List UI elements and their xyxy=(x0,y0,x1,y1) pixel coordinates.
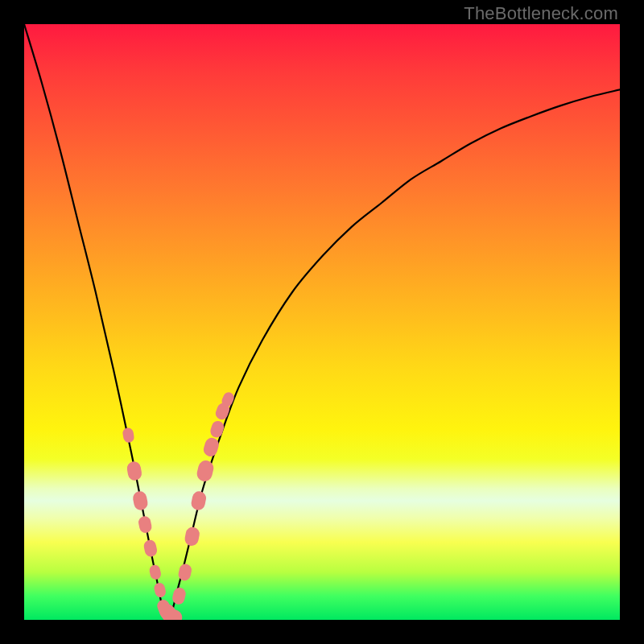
curve-marker xyxy=(171,586,188,605)
curve-marker xyxy=(190,490,207,511)
curve-marker xyxy=(122,427,134,444)
curve-marker xyxy=(126,460,142,481)
curve-svg xyxy=(24,24,620,620)
curve-marker xyxy=(177,563,192,582)
bottleneck-curve xyxy=(24,24,620,620)
curve-marker xyxy=(148,564,162,580)
chart-frame: TheBottleneck.com xyxy=(0,0,644,644)
curve-marker xyxy=(142,539,158,558)
curve-marker xyxy=(184,526,200,547)
curve-marker xyxy=(208,419,225,439)
curve-marker xyxy=(153,582,167,599)
plot-area xyxy=(24,24,620,620)
curve-marker xyxy=(202,436,221,458)
curve-marker xyxy=(138,515,153,535)
watermark-text: TheBottleneck.com xyxy=(464,3,618,24)
curve-marker xyxy=(132,490,149,511)
